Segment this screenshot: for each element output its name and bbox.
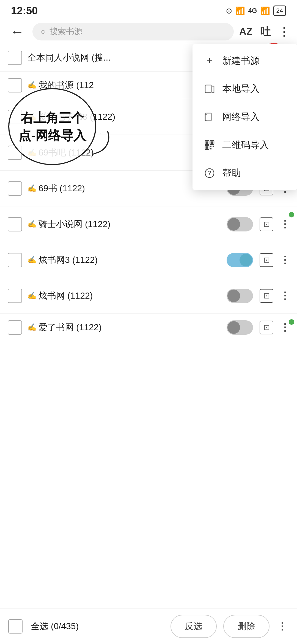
item-controls: ⊡ ⋮ (227, 320, 289, 335)
list-item: ✍ 炫书网 (1122) ⊡ ⋮ (0, 278, 297, 314)
dropdown-label-help: 帮助 (222, 167, 241, 179)
network-type: 4G (248, 7, 257, 15)
local-import-icon (204, 84, 216, 94)
dropdown-label-qrcode: 二维码导入 (222, 139, 269, 151)
item-checkbox[interactable] (8, 289, 22, 303)
help-icon: ? (204, 168, 216, 178)
more-options-button[interactable]: ⋮ (278, 25, 289, 38)
edit-icon: ⊡ (263, 255, 270, 264)
item-checkbox[interactable] (8, 181, 22, 196)
edit-icon: ⊡ (263, 220, 270, 229)
bottom-more-button[interactable]: ⋮ (275, 620, 289, 633)
enable-toggle[interactable] (227, 217, 253, 231)
status-time: 12:50 (11, 5, 38, 17)
item-more-button[interactable]: ⋮ (280, 219, 289, 230)
item-checkbox[interactable] (8, 217, 22, 231)
item-controls: ⊡ ⋮ (227, 217, 289, 231)
item-name: ✍ 炫书网 (1122) (28, 290, 227, 302)
toolbar-actions: AZ 吐 ⋮ (239, 24, 289, 39)
item-more-button[interactable]: ⋮ (280, 254, 289, 266)
select-all-label: 全选 (0/435) (31, 620, 79, 632)
edit-icon: ⊡ (263, 291, 270, 300)
enable-toggle[interactable] (227, 289, 253, 303)
list-item: ✍ 炫书网3 (1122) ⊡ ⋮ (0, 242, 297, 278)
network-import-icon (204, 112, 216, 122)
item-checkbox[interactable] (8, 51, 22, 65)
invert-button[interactable]: 反选 (170, 615, 217, 638)
list-item: ✍ 爱了书网 (1122) ⊡ ⋮ (0, 314, 297, 341)
bottom-bar: 全选 (0/435) 反选 删除 ⋮ (0, 608, 297, 644)
dropdown-label-network: 网络导入 (222, 111, 260, 123)
edit-icon: ⊡ (263, 323, 270, 332)
svg-text:?: ? (208, 170, 211, 176)
search-icon: ○ (41, 27, 46, 36)
status-icons: ⊙ 📶 4G 📶 24 (226, 6, 286, 16)
bubble-text: 右上角三个 点-网络导入 (18, 109, 86, 144)
dropdown-item-new[interactable]: + 新建书源 (193, 47, 297, 75)
status-bar: 12:50 ⊙ 📶 4G 📶 24 (0, 0, 297, 19)
enable-toggle[interactable] (227, 320, 253, 335)
svg-rect-7 (206, 146, 208, 149)
item-name-text: 炫书网3 (1122) (38, 254, 98, 266)
signal-icon: ⊙ (226, 6, 232, 15)
item-edit-button[interactable]: ⊡ (260, 217, 273, 231)
search-placeholder: 搜索书源 (50, 26, 82, 37)
item-more-button[interactable]: ⋮ (280, 322, 289, 333)
item-more-button[interactable]: ⋮ (280, 290, 289, 302)
item-name: ✍ 骑士小说网 (1122) (28, 218, 227, 230)
dropdown-label-new: 新建书源 (222, 54, 260, 67)
svg-rect-5 (206, 141, 208, 144)
item-checkbox[interactable] (8, 78, 22, 92)
edit-pencil-icon: ✍ (28, 81, 36, 89)
item-name-text: 骑士小说网 (1122) (38, 218, 110, 230)
dropdown-item-help[interactable]: ? 帮助 (193, 159, 297, 187)
item-edit-button[interactable]: ⊡ (260, 321, 273, 334)
back-button[interactable]: ← (8, 24, 27, 40)
enable-toggle[interactable] (227, 253, 253, 267)
wifi-icon: 📶 (235, 6, 245, 15)
edit-pencil-icon: ✍ (28, 291, 36, 300)
svg-rect-6 (211, 141, 213, 144)
plus-icon: + (204, 55, 216, 67)
item-name: ✍ 炫书网3 (1122) (28, 254, 227, 266)
select-all-checkbox[interactable] (8, 619, 23, 634)
item-name: ✍ 爱了书网 (1122) (28, 321, 227, 334)
edit-pencil-icon: ✍ (28, 256, 36, 264)
battery-icon: 24 (273, 6, 286, 16)
item-checkbox[interactable] (8, 253, 22, 267)
item-name-text: 全本同人小说网 (搜... (28, 52, 111, 64)
toggle-knob (227, 321, 240, 334)
dropdown-item-network-import[interactable]: 网络导入 (193, 103, 297, 131)
dropdown-item-local-import[interactable]: 本地导入 (193, 75, 297, 103)
toggle-knob (240, 254, 252, 266)
item-edit-button[interactable]: ⊡ (260, 289, 273, 303)
dropdown-label-local: 本地导入 (222, 83, 260, 95)
dropdown-menu: + 新建书源 本地导入 网络导入 (193, 44, 297, 190)
svg-rect-0 (205, 85, 211, 93)
item-checkbox[interactable] (8, 320, 22, 335)
status-dot (289, 212, 294, 217)
toolbar: ← ○ 搜索书源 AZ 吐 ⋮ (0, 19, 297, 44)
item-name-text: 69书 (1122) (38, 182, 85, 195)
dropdown-item-qrcode[interactable]: 二维码导入 (193, 131, 297, 159)
signal-bars: 📶 (260, 6, 270, 15)
item-name-text: 爱了书网 (1122) (38, 321, 101, 334)
qrcode-icon (204, 140, 216, 150)
item-controls: ⊡ ⋮ (227, 253, 289, 267)
item-edit-button[interactable]: ⊡ (260, 253, 273, 267)
svg-rect-8 (210, 146, 211, 147)
toggle-knob (227, 218, 240, 231)
speech-bubble-annotation: 右上角三个 点-网络导入 (8, 88, 96, 165)
edit-pencil-icon: ✍ (28, 220, 36, 228)
status-dot (289, 319, 294, 325)
edit-pencil-icon: ✍ (28, 184, 36, 193)
svg-rect-10 (210, 148, 211, 149)
list-item: ✍ 骑士小说网 (1122) ⊡ ⋮ (0, 206, 297, 242)
item-name-text: 炫书网 (1122) (38, 290, 93, 302)
sort-az-button[interactable]: AZ (239, 26, 252, 37)
edit-pencil-icon: ✍ (28, 323, 36, 332)
delete-button[interactable]: 删除 (223, 615, 270, 638)
svg-rect-9 (213, 146, 214, 147)
filter-button[interactable]: 吐 (260, 24, 271, 39)
search-box[interactable]: ○ 搜索书源 (32, 23, 234, 40)
